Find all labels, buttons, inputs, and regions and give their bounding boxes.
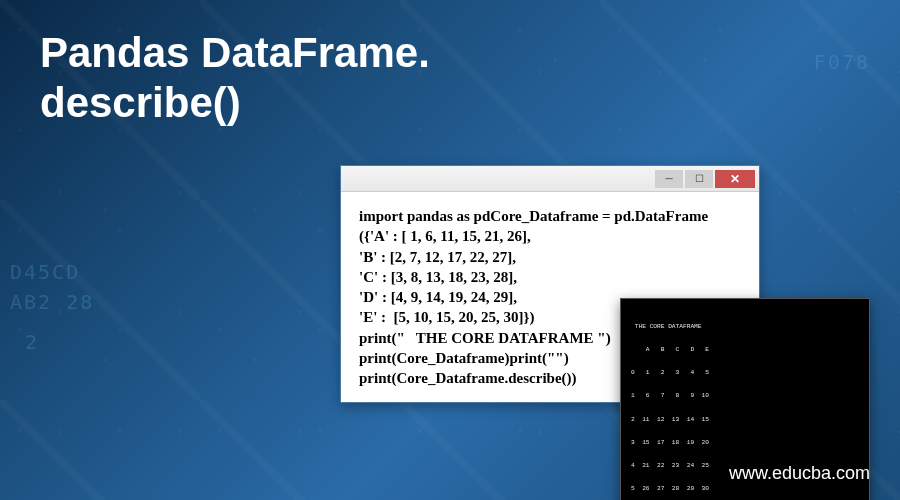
table-row: 3 15 17 18 19 20 [631,439,859,447]
minimize-button[interactable]: ─ [655,170,683,188]
decorative-hex: D45CD [10,260,80,284]
table-header: A B C D E [631,346,859,354]
window-titlebar: ─ ☐ ✕ [341,166,759,192]
output-header: THE CORE DATAFRAME [631,323,859,331]
close-button[interactable]: ✕ [715,170,755,188]
page-title: Pandas DataFrame. describe() [40,28,430,129]
title-line-1: Pandas DataFrame. [40,28,430,78]
title-line-2: describe() [40,78,430,128]
website-url: www.educba.com [729,463,870,484]
table-row: 0 1 2 3 4 5 [631,369,859,377]
decorative-hex: F078 [814,50,870,74]
decorative-hex: 2 [25,330,39,354]
decorative-hex: AB2 28 [10,290,94,314]
maximize-button[interactable]: ☐ [685,170,713,188]
table-row: 5 26 27 28 29 30 [631,485,859,493]
table-row: 2 11 12 13 14 15 [631,416,859,424]
table-row: 1 6 7 8 9 10 [631,392,859,400]
